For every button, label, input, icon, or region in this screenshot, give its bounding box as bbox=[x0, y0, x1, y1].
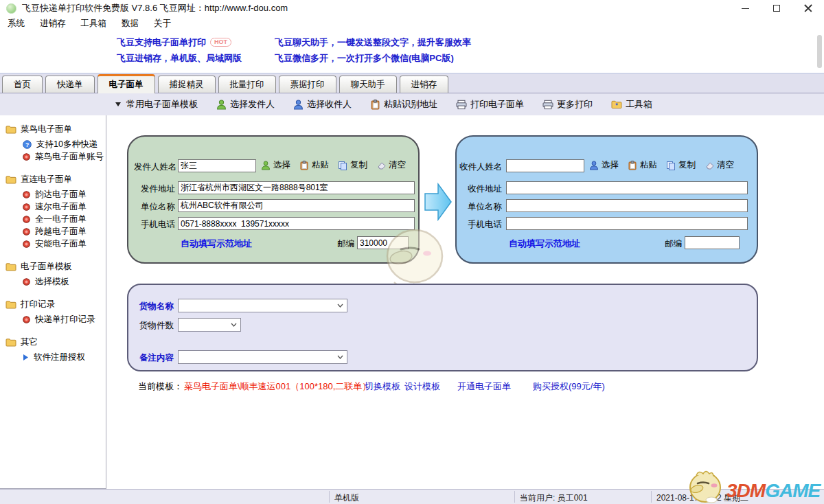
buy-license-link[interactable]: 购买授权(99元/年) bbox=[533, 380, 605, 393]
sidebar-item-sure[interactable]: 速尔电子面单 bbox=[5, 201, 106, 213]
goods-name-combo[interactable] bbox=[178, 299, 347, 312]
sender-phone-label: 手机电话 bbox=[141, 219, 175, 231]
sender-select-button[interactable]: 选择 bbox=[261, 159, 290, 171]
close-icon bbox=[804, 4, 812, 12]
open-elabel-link[interactable]: 开通电子面单 bbox=[457, 380, 511, 393]
close-button[interactable] bbox=[792, 0, 824, 16]
sidebar-item-anneng[interactable]: 安能电子面单 bbox=[5, 238, 106, 250]
recipient-name-input[interactable] bbox=[506, 159, 584, 172]
button-label: 复制 bbox=[678, 159, 696, 171]
sidebar-group-cainiao: 菜鸟电子面单 ? 支持10多种快递 菜鸟电子面单账号 bbox=[5, 124, 106, 163]
sidebar-item-register-license[interactable]: 软件注册授权 bbox=[5, 351, 106, 363]
sidebar-group-title-cainiao[interactable]: 菜鸟电子面单 bbox=[5, 124, 106, 135]
promo-scrollbar[interactable] bbox=[817, 35, 822, 68]
recipient-autofill-link[interactable]: 自动填写示范地址 bbox=[509, 238, 580, 250]
folder-icon bbox=[5, 125, 16, 134]
recipient-company-input[interactable] bbox=[506, 199, 748, 212]
recipient-select-button[interactable]: 选择 bbox=[589, 159, 619, 171]
more-print-label: 更多打印 bbox=[557, 98, 593, 111]
recipient-zip-label: 邮编 bbox=[665, 238, 682, 250]
sidebar-item-cainiao-account[interactable]: 菜鸟电子面单账号 bbox=[5, 150, 106, 163]
sidebar-group-title-print-records[interactable]: 打印记录 bbox=[5, 299, 106, 310]
minimize-button[interactable] bbox=[729, 0, 761, 16]
menu-data[interactable]: 数据 bbox=[114, 18, 146, 30]
sender-company-label: 单位名称 bbox=[141, 201, 175, 213]
sidebar-item-support-express[interactable]: ? 支持10多种快递 bbox=[5, 138, 106, 150]
button-label: 选择 bbox=[273, 159, 290, 171]
select-recipient-button[interactable]: 选择收件人 bbox=[293, 98, 352, 111]
select-sender-button[interactable]: 选择发件人 bbox=[216, 98, 275, 111]
statusbar-divider bbox=[514, 491, 515, 503]
menu-system[interactable]: 系统 bbox=[0, 18, 32, 30]
promo-link-chat[interactable]: 飞豆聊天助手，一键发送整段文字，提升客服效率 bbox=[275, 36, 471, 49]
recipient-phone-input[interactable] bbox=[506, 217, 748, 230]
tab-home[interactable]: 首页 bbox=[2, 76, 43, 93]
sender-clear-button[interactable]: 清空 bbox=[376, 159, 406, 171]
tab-elabel[interactable]: 电子面单 bbox=[98, 74, 155, 93]
sidebar-item-yunda[interactable]: 韵达电子面单 bbox=[5, 188, 106, 201]
red-dot-icon bbox=[23, 278, 30, 286]
tab-express-sheet[interactable]: 快递单 bbox=[45, 76, 95, 93]
sidebar-item-quanyi[interactable]: 全一电子面单 bbox=[5, 213, 106, 225]
sidebar-group-title-direct[interactable]: 直连电子面单 bbox=[5, 174, 106, 185]
goods-count-combo[interactable] bbox=[178, 318, 241, 332]
chevron-down-icon bbox=[337, 303, 343, 308]
person-blue-icon bbox=[293, 100, 304, 110]
print-elabel-button[interactable]: 打印电子面单 bbox=[456, 98, 524, 111]
sender-company-input[interactable] bbox=[178, 199, 415, 212]
tab-capture[interactable]: 捕捉精灵 bbox=[158, 76, 216, 93]
chick-mascot-icon bbox=[687, 468, 726, 504]
recipient-copy-button[interactable]: 复制 bbox=[666, 159, 696, 171]
sender-copy-button[interactable]: 复制 bbox=[338, 159, 367, 171]
recipient-zip-input[interactable] bbox=[685, 236, 740, 249]
menu-about[interactable]: 关于 bbox=[146, 18, 179, 30]
promo-link-elabel[interactable]: 飞豆支持电子面单打印HOT bbox=[117, 36, 231, 49]
menu-inventory[interactable]: 进销存 bbox=[32, 18, 73, 30]
window-controls bbox=[729, 0, 824, 16]
recipient-clear-button[interactable]: 清空 bbox=[705, 159, 734, 171]
goods-note-combo[interactable] bbox=[178, 350, 347, 364]
sender-button-row: 选择 粘贴 复制 清空 bbox=[261, 159, 406, 171]
recipient-address-input[interactable] bbox=[506, 181, 748, 194]
tab-receipt-print[interactable]: 票据打印 bbox=[279, 76, 336, 93]
minimize-icon bbox=[742, 8, 749, 9]
maximize-button[interactable] bbox=[761, 0, 792, 16]
paste-recognize-label: 粘贴识别地址 bbox=[384, 98, 437, 111]
more-print-button[interactable]: 更多打印 bbox=[542, 98, 593, 111]
sidebar-group-title-templates[interactable]: 电子面单模板 bbox=[5, 261, 106, 273]
sidebar-item-label: 软件注册授权 bbox=[34, 351, 85, 363]
sidebar-item-choose-template[interactable]: 选择模板 bbox=[5, 275, 106, 288]
sidebar-group-title-other[interactable]: 其它 bbox=[5, 336, 106, 348]
promo-panel: 飞豆支持电子面单打印HOT 飞豆进销存，单机版、局域网版 飞豆聊天助手，一键发送… bbox=[0, 31, 824, 73]
chevron-down-icon bbox=[231, 323, 237, 327]
toolbox-button[interactable]: * 工具箱 bbox=[611, 98, 652, 111]
sidebar-item-label: 跨越电子面单 bbox=[35, 225, 87, 238]
template-menu-button[interactable]: 常用电子面单模板 bbox=[115, 98, 198, 111]
clipboard-icon bbox=[370, 100, 380, 110]
sender-phone-input[interactable] bbox=[178, 217, 415, 230]
promo-link-erp[interactable]: 飞豆进销存，单机版、局域网版 bbox=[117, 52, 242, 65]
recipient-paste-button[interactable]: 粘贴 bbox=[628, 159, 657, 171]
sidebar-item-kuayue[interactable]: 跨越电子面单 bbox=[5, 225, 106, 238]
svg-text:?: ? bbox=[25, 141, 29, 148]
tab-chat-helper[interactable]: 聊天助手 bbox=[339, 76, 397, 93]
paste-recognize-button[interactable]: 粘贴识别地址 bbox=[370, 98, 437, 111]
tab-batch-print[interactable]: 批量打印 bbox=[218, 76, 276, 93]
switch-template-link[interactable]: 切换模板 bbox=[365, 380, 400, 393]
chevron-down-icon bbox=[115, 102, 121, 106]
sender-paste-button[interactable]: 粘贴 bbox=[299, 159, 329, 171]
promo-link-wechat[interactable]: 飞豆微信多开，一次打开多个微信(电脑PC版) bbox=[275, 52, 454, 65]
sender-name-input[interactable] bbox=[178, 159, 256, 172]
design-template-link[interactable]: 设计模板 bbox=[404, 380, 440, 393]
button-label: 选择 bbox=[602, 159, 619, 171]
maximize-icon bbox=[773, 5, 780, 12]
menu-toolbox[interactable]: 工具箱 bbox=[73, 18, 115, 30]
sidebar-item-express-print-record[interactable]: 快递单打印记录 bbox=[5, 313, 106, 325]
sender-autofill-link[interactable]: 自动填写示范地址 bbox=[181, 238, 252, 250]
sidebar-group-direct: 直连电子面单 韵达电子面单 速尔电子面单 全一电子面单 跨越电子面单 安能电子面… bbox=[5, 174, 106, 250]
sender-name-label: 发件人姓名 bbox=[134, 161, 177, 173]
tab-inventory[interactable]: 进销存 bbox=[400, 76, 449, 93]
sender-address-input[interactable] bbox=[178, 181, 415, 194]
help-question-icon: ? bbox=[23, 140, 32, 149]
red-dot-icon bbox=[23, 191, 30, 198]
